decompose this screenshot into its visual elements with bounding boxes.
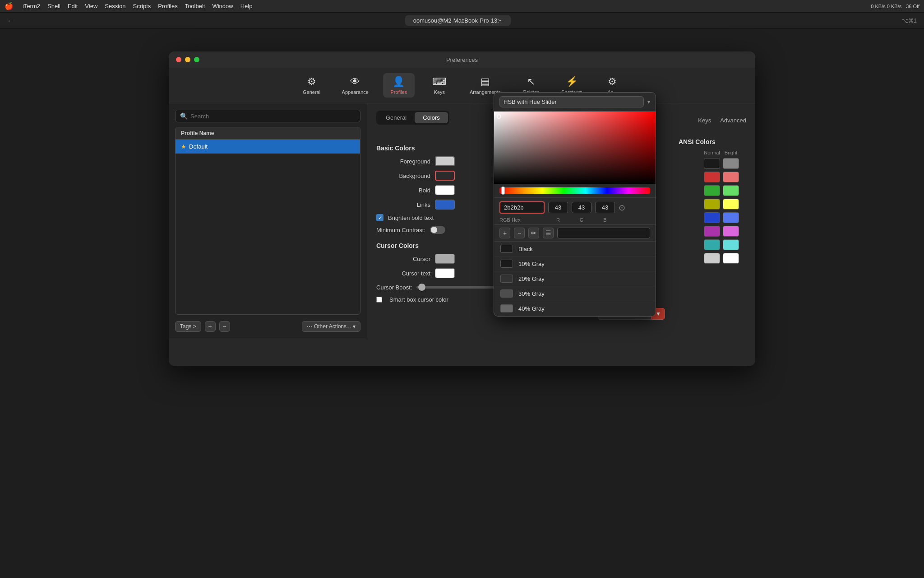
background-swatch[interactable] [435, 171, 455, 181]
menu-session[interactable]: Session [105, 3, 125, 9]
toolbar-general[interactable]: ⚙ General [296, 73, 328, 98]
color-mode-select[interactable]: HSB with Hue Slider RGB Sliders CMYK Sli… [499, 96, 644, 107]
eyedropper-button[interactable]: ✏ [528, 228, 539, 238]
menu-edit[interactable]: Edit [68, 3, 78, 9]
r-label: R [548, 217, 568, 223]
network-status: 0 KB/s 0 KB/s [871, 4, 901, 9]
ansi-magenta-bright[interactable] [723, 226, 739, 237]
preset-item-30gray[interactable]: 30% Gray [494, 286, 656, 301]
ansi-white-bright[interactable] [723, 253, 739, 264]
menu-toolbelt[interactable]: Toolbelt [185, 3, 205, 9]
cursor-swatch[interactable] [435, 254, 455, 264]
cursor-text-swatch[interactable] [435, 268, 455, 278]
hex-rgb-row: ⊙ [494, 197, 656, 217]
ansi-red-normal[interactable] [704, 172, 720, 182]
tab-colors[interactable]: Colors [415, 112, 448, 123]
smart-box-checkbox[interactable] [376, 297, 382, 303]
add-profile-button[interactable]: + [205, 321, 216, 332]
sub-tab-advanced[interactable]: Advanced [720, 117, 746, 126]
appearance-icon: 👁 [350, 76, 360, 88]
r-input[interactable] [548, 202, 568, 213]
tags-button[interactable]: Tags > [175, 321, 201, 332]
remove-profile-button[interactable]: − [219, 321, 230, 332]
minimum-contrast-toggle[interactable] [430, 226, 445, 234]
apple-menu[interactable]: 🍎 [5, 2, 14, 10]
menu-scripts[interactable]: Scripts [133, 3, 151, 9]
toolbar-keys[interactable]: ⌨ Keys [424, 73, 455, 98]
keys-icon: ⌨ [432, 76, 447, 88]
ansi-green-bright[interactable] [723, 185, 739, 196]
toolbar-general-label: General [303, 89, 320, 95]
search-box[interactable]: 🔍 [175, 110, 360, 122]
picker-toolbar: + − ✏ ☰ [494, 224, 656, 241]
smart-box-label: Smart box cursor color [389, 296, 448, 303]
minimum-contrast-label: Minimum Contrast: [376, 227, 425, 233]
ansi-magenta-normal[interactable] [704, 226, 720, 237]
star-icon: ★ [181, 143, 186, 150]
back-button[interactable]: ← [7, 17, 14, 24]
ansi-black-bright[interactable] [723, 158, 739, 169]
zoom-button[interactable] [194, 57, 199, 62]
toolbar-keys-label: Keys [434, 89, 445, 95]
menu-view[interactable]: View [85, 3, 97, 9]
preset-list: Black 10% Gray 20% Gray 30% Gray 40% Gra… [494, 241, 656, 316]
minimize-button[interactable] [185, 57, 190, 62]
preset-name-30gray: 30% Gray [518, 290, 545, 297]
sub-tabs: Keys Advanced [698, 117, 746, 126]
profile-item-default[interactable]: ★ Default [176, 140, 360, 154]
battery-status: 36 Off [906, 4, 919, 9]
remove-swatch-button[interactable]: − [514, 228, 525, 238]
other-actions-chevron: ▾ [353, 323, 356, 330]
ansi-black-normal[interactable] [704, 158, 720, 169]
menu-help[interactable]: Help [240, 3, 253, 9]
ansi-blue-normal[interactable] [704, 212, 720, 223]
preset-swatch-40gray [500, 304, 513, 312]
toolbar-appearance[interactable]: 👁 Appearance [337, 73, 374, 98]
hue-slider[interactable] [499, 187, 650, 194]
cursor-boost-slider[interactable] [416, 286, 498, 289]
bold-swatch[interactable] [435, 185, 455, 195]
color-gradient-canvas[interactable] [494, 112, 656, 184]
ansi-white-normal[interactable] [704, 253, 720, 264]
color-mode-arrow: ▾ [647, 99, 650, 105]
menu-profiles[interactable]: Profiles [158, 3, 177, 9]
links-swatch[interactable] [435, 200, 455, 210]
ansi-red-bright[interactable] [723, 172, 739, 182]
foreground-swatch[interactable] [435, 156, 455, 166]
other-actions-dots: ⋯ [307, 323, 312, 330]
color-canvas-dot [497, 114, 501, 119]
color-name-input[interactable] [557, 228, 650, 238]
g-input[interactable] [572, 202, 591, 213]
ansi-yellow-normal[interactable] [704, 199, 720, 210]
toolbar-profiles[interactable]: 👤 Profiles [383, 73, 415, 98]
b-input[interactable] [595, 202, 615, 213]
menu-iterm2[interactable]: iTerm2 [23, 3, 40, 9]
rgb-hex-label: RGB Hex [499, 217, 545, 223]
color-wheel-icon[interactable]: ⊙ [619, 203, 625, 213]
preset-item-20gray[interactable]: 20% Gray [494, 271, 656, 286]
menu-shell[interactable]: Shell [47, 3, 60, 9]
add-swatch-button[interactable]: + [499, 228, 510, 238]
close-button[interactable] [176, 57, 181, 62]
ansi-cyan-bright[interactable] [723, 239, 739, 250]
ansi-cyan-normal[interactable] [704, 239, 720, 250]
preset-swatch-20gray [500, 275, 513, 283]
list-view-button[interactable]: ☰ [543, 228, 554, 238]
search-input[interactable] [190, 113, 356, 120]
ansi-green-normal[interactable] [704, 185, 720, 196]
preset-item-black[interactable]: Black [494, 242, 656, 256]
ansi-blue-bright[interactable] [723, 212, 739, 223]
tab-general[interactable]: General [378, 112, 415, 123]
terminal-tab[interactable]: oomusou@M2-MacBook-Pro-13:~ [405, 15, 511, 26]
hex-input[interactable] [499, 201, 545, 214]
title-bar: Preferences [169, 51, 755, 68]
traffic-lights [176, 57, 199, 62]
sub-tab-keys[interactable]: Keys [698, 117, 711, 126]
rgb-labels: RGB Hex R G B [494, 217, 656, 224]
brighten-checkbox[interactable]: ✓ [376, 214, 383, 221]
other-actions-button[interactable]: ⋯ Other Actions... ▾ [302, 321, 360, 332]
preset-item-10gray[interactable]: 10% Gray [494, 256, 656, 271]
preset-item-40gray[interactable]: 40% Gray [494, 301, 656, 316]
ansi-yellow-bright[interactable] [723, 199, 739, 210]
menu-window[interactable]: Window [212, 3, 233, 9]
